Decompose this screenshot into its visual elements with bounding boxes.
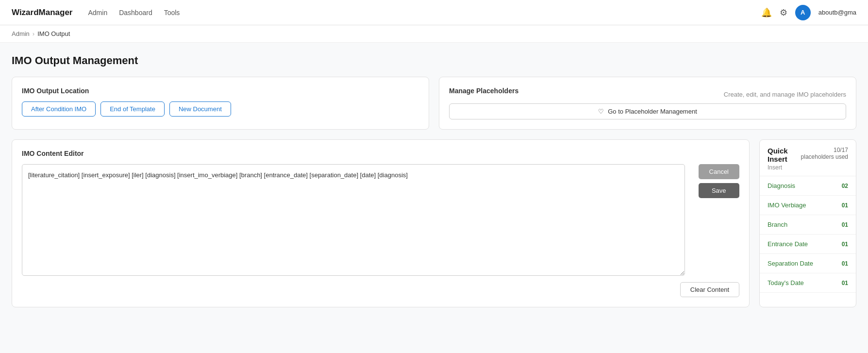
- placeholder-header-row: Manage Placeholders Create, edit, and ma…: [449, 87, 846, 101]
- breadcrumb-parent[interactable]: Admin: [12, 30, 30, 37]
- cards-row: IMO Output Location After Condition IMO …: [12, 77, 856, 130]
- quick-insert-item-count: 01: [842, 280, 848, 286]
- location-card: IMO Output Location After Condition IMO …: [12, 77, 429, 130]
- nav-tools[interactable]: Tools: [164, 9, 180, 17]
- list-item[interactable]: Today's Date 01: [760, 273, 856, 293]
- nav-admin[interactable]: Admin: [88, 9, 107, 17]
- app-brand: WizardManager: [12, 8, 72, 17]
- bell-icon[interactable]: 🔔: [761, 7, 772, 18]
- editor-card: IMO Content Editor Cancel Save Clear Con…: [12, 139, 750, 307]
- location-card-title: IMO Output Location: [22, 87, 419, 95]
- list-item[interactable]: Diagnosis 02: [760, 176, 856, 196]
- go-placeholder-label: Go to Placeholder Management: [608, 108, 697, 115]
- editor-section: IMO Content Editor Cancel Save Clear Con…: [12, 139, 856, 307]
- quick-insert-item-name: IMO Verbiage: [768, 202, 806, 209]
- quick-insert-title: Quick Insert: [768, 147, 800, 163]
- quick-insert-count: 10/17 placeholders used: [800, 147, 848, 160]
- clear-content-button[interactable]: Clear Content: [680, 282, 739, 297]
- nav-dashboard[interactable]: Dashboard: [119, 9, 152, 17]
- quick-insert-item-count: 01: [842, 221, 848, 228]
- list-item[interactable]: Separation Date 01: [760, 254, 856, 273]
- avatar[interactable]: A: [795, 5, 811, 20]
- editor-bottom-bar: Clear Content: [22, 282, 739, 297]
- quick-insert-item-name: Branch: [768, 221, 787, 228]
- navbar-right: 🔔 ⚙ A aboutb@gma: [761, 5, 856, 20]
- editor-layout: Cancel Save: [22, 164, 739, 277]
- quick-insert-header: Quick Insert Insert 10/17 placeholders u…: [760, 140, 856, 176]
- quick-insert-item-name: Diagnosis: [768, 182, 795, 189]
- placeholder-card: Manage Placeholders Create, edit, and ma…: [439, 77, 856, 130]
- quick-insert-sublabel: Insert: [768, 164, 800, 171]
- quick-insert-item-name: Separation Date: [768, 260, 813, 267]
- heart-icon: ♡: [598, 108, 604, 115]
- content-textarea[interactable]: [22, 164, 685, 276]
- list-item[interactable]: Branch 01: [760, 215, 856, 235]
- user-email: aboutb@gma: [818, 9, 856, 16]
- gear-icon[interactable]: ⚙: [780, 7, 787, 18]
- breadcrumb: Admin › IMO Output: [0, 25, 868, 43]
- breadcrumb-current: IMO Output: [37, 30, 70, 37]
- quick-insert-item-count: 01: [842, 241, 848, 248]
- quick-insert-item-count: 02: [842, 183, 848, 189]
- list-item[interactable]: IMO Verbiage 01: [760, 196, 856, 215]
- quick-insert-items: Diagnosis 02 IMO Verbiage 01 Branch 01 E…: [760, 176, 856, 293]
- end-of-template-button[interactable]: End of Template: [100, 101, 165, 117]
- editor-card-title: IMO Content Editor: [22, 150, 739, 157]
- nav-links: Admin Dashboard Tools: [88, 9, 761, 17]
- page-title: IMO Output Management: [12, 54, 856, 67]
- quick-insert-header-left: Quick Insert Insert: [768, 147, 800, 171]
- new-document-button[interactable]: New Document: [169, 101, 231, 117]
- placeholder-description: Create, edit, and manage IMO placeholder…: [724, 91, 846, 98]
- main-content: IMO Output Management IMO Output Locatio…: [0, 43, 868, 319]
- navbar: WizardManager Admin Dashboard Tools 🔔 ⚙ …: [0, 0, 868, 25]
- placeholder-card-title: Manage Placeholders: [449, 87, 518, 95]
- location-buttons: After Condition IMO End of Template New …: [22, 101, 419, 117]
- quick-insert-item-count: 01: [842, 260, 848, 267]
- quick-insert-item-name: Today's Date: [768, 279, 804, 286]
- after-condition-button[interactable]: After Condition IMO: [22, 101, 96, 117]
- editor-action-buttons: Cancel Save: [699, 164, 739, 198]
- quick-insert-item-count: 01: [842, 202, 848, 209]
- editor-left: [22, 164, 685, 277]
- cancel-button[interactable]: Cancel: [699, 164, 739, 179]
- breadcrumb-separator: ›: [33, 30, 34, 37]
- save-button[interactable]: Save: [699, 183, 739, 198]
- quick-insert-item-name: Entrance Date: [768, 240, 808, 248]
- list-item[interactable]: Entrance Date 01: [760, 235, 856, 254]
- quick-insert-panel: Quick Insert Insert 10/17 placeholders u…: [759, 139, 856, 307]
- go-placeholder-button[interactable]: ♡ Go to Placeholder Management: [449, 103, 846, 119]
